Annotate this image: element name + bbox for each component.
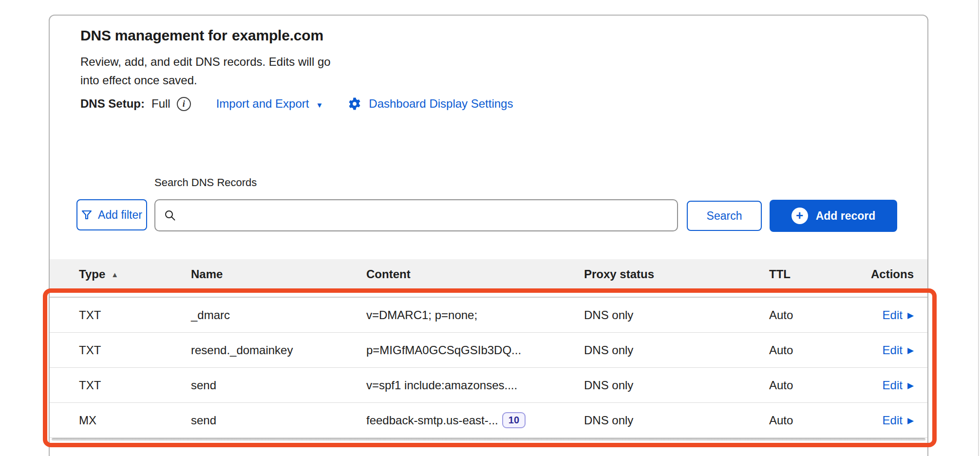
page-subtitle: Review, add, and edit DNS records. Edits… bbox=[80, 53, 346, 90]
page-title-prefix: DNS management for bbox=[80, 27, 227, 43]
cell-ttl: Auto bbox=[769, 343, 861, 357]
cell-ttl: Auto bbox=[769, 414, 861, 427]
table-body: TXT _dmarc v=DMARC1; p=none; DNS only Au… bbox=[50, 297, 927, 438]
import-export-link[interactable]: Import and Export ▼ bbox=[216, 97, 323, 111]
cell-name: _dmarc bbox=[191, 308, 366, 322]
gear-icon bbox=[347, 96, 362, 111]
chevron-down-icon: ▼ bbox=[316, 101, 323, 109]
cell-content: v=spf1 include:amazonses.... bbox=[366, 379, 584, 392]
dashboard-display-settings-link[interactable]: Dashboard Display Settings bbox=[347, 96, 513, 111]
table-row: TXT send v=spf1 include:amazonses.... DN… bbox=[50, 368, 927, 403]
column-header-proxy-status[interactable]: Proxy status bbox=[584, 267, 769, 281]
add-record-label: Add record bbox=[816, 209, 876, 223]
cell-type: TXT bbox=[79, 343, 191, 357]
sort-ascending-icon: ▲ bbox=[111, 270, 118, 279]
chevron-right-icon: ▶ bbox=[907, 310, 914, 321]
column-header-actions: Actions bbox=[871, 267, 914, 281]
chevron-right-icon: ▶ bbox=[907, 380, 914, 391]
info-icon[interactable]: i bbox=[177, 97, 191, 111]
cell-content-text: feedback-smtp.us-east-... bbox=[366, 414, 498, 427]
edit-label: Edit bbox=[883, 308, 903, 322]
edit-record-button[interactable]: Edit ▶ bbox=[883, 308, 914, 322]
cell-proxy-status: DNS only bbox=[584, 343, 769, 357]
cell-proxy-status: DNS only bbox=[584, 414, 769, 427]
add-record-button[interactable]: + Add record bbox=[770, 200, 897, 232]
cell-ttl: Auto bbox=[769, 308, 861, 322]
cell-name: send bbox=[191, 379, 366, 392]
edit-record-button[interactable]: Edit ▶ bbox=[883, 379, 914, 392]
edit-record-button[interactable]: Edit ▶ bbox=[883, 343, 914, 357]
plus-circle-icon: + bbox=[792, 208, 808, 224]
column-header-ttl[interactable]: TTL bbox=[769, 267, 861, 281]
cell-type: TXT bbox=[79, 379, 191, 392]
column-header-content[interactable]: Content bbox=[366, 267, 584, 281]
table-bottom-shadow bbox=[52, 438, 925, 441]
viewport-edge-line bbox=[978, 0, 979, 456]
search-box bbox=[154, 199, 678, 231]
table-row: TXT resend._domainkey p=MIGfMA0GCSqGSIb3… bbox=[50, 333, 927, 368]
column-header-type[interactable]: Type ▲ bbox=[79, 267, 191, 281]
column-header-type-label: Type bbox=[79, 267, 105, 281]
cell-proxy-status: DNS only bbox=[584, 379, 769, 392]
cell-ttl: Auto bbox=[769, 379, 861, 392]
filter-funnel-icon bbox=[81, 210, 92, 220]
table-row: TXT _dmarc v=DMARC1; p=none; DNS only Au… bbox=[50, 298, 927, 333]
cell-name: send bbox=[191, 414, 366, 427]
column-header-name[interactable]: Name bbox=[191, 267, 366, 281]
search-button[interactable]: Search bbox=[687, 201, 762, 231]
dns-setup-value: Full bbox=[151, 97, 170, 111]
chevron-right-icon: ▶ bbox=[907, 345, 914, 356]
page-title: DNS management forexample.com bbox=[80, 27, 323, 44]
edit-label: Edit bbox=[883, 414, 903, 427]
dashboard-display-settings-label: Dashboard Display Settings bbox=[369, 97, 513, 111]
page-title-domain: example.com bbox=[232, 27, 323, 43]
add-filter-button[interactable]: Add filter bbox=[76, 199, 147, 230]
cell-type: TXT bbox=[79, 308, 191, 322]
add-filter-label: Add filter bbox=[98, 209, 142, 222]
cell-content: feedback-smtp.us-east-... 10 bbox=[366, 412, 584, 428]
edit-label: Edit bbox=[883, 343, 903, 357]
dns-setup-label: DNS Setup: bbox=[80, 97, 145, 111]
mx-priority-badge: 10 bbox=[502, 412, 526, 428]
search-field-label: Search DNS Records bbox=[154, 176, 257, 189]
cell-content: v=DMARC1; p=none; bbox=[366, 308, 584, 322]
dns-management-card: DNS management forexample.com Review, ad… bbox=[49, 15, 928, 456]
edit-record-button[interactable]: Edit ▶ bbox=[883, 414, 914, 427]
import-export-label: Import and Export bbox=[216, 97, 309, 111]
cell-type: MX bbox=[79, 414, 191, 427]
cell-proxy-status: DNS only bbox=[584, 308, 769, 322]
search-button-label: Search bbox=[707, 209, 742, 223]
cell-content: p=MIGfMA0GCSqGSIb3DQ... bbox=[366, 343, 584, 357]
search-icon bbox=[164, 209, 176, 221]
table-row: MX send feedback-smtp.us-east-... 10 DNS… bbox=[50, 403, 927, 438]
table-header: Type ▲ Name Content Proxy status TTL Act… bbox=[50, 259, 927, 289]
cell-name: resend._domainkey bbox=[191, 343, 366, 357]
edit-label: Edit bbox=[883, 379, 903, 392]
search-input[interactable] bbox=[183, 209, 668, 222]
chevron-right-icon: ▶ bbox=[907, 416, 914, 426]
dns-setup-row: DNS Setup: Full i Import and Export ▼ Da… bbox=[80, 94, 513, 114]
